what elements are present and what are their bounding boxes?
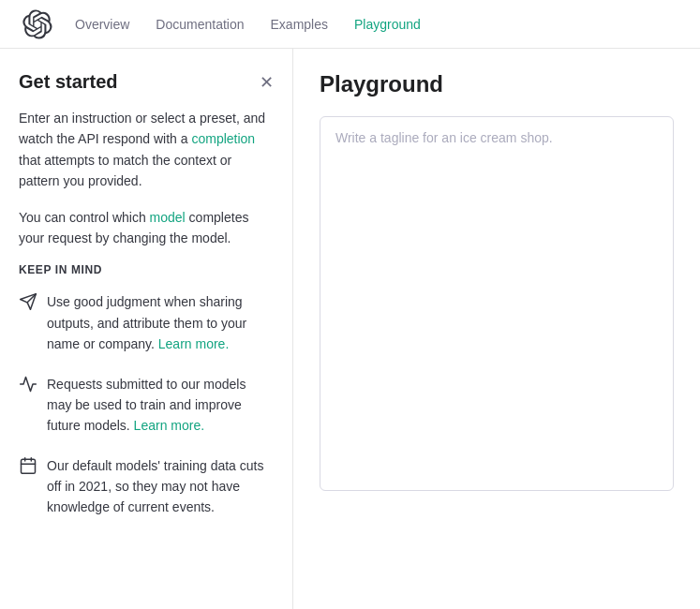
svg-rect-2: [22, 459, 36, 473]
header: Overview Documentation Examples Playgrou…: [0, 0, 700, 49]
nav-item-examples[interactable]: Examples: [271, 17, 328, 32]
intro-paragraph-2: You can control which model completes yo…: [19, 207, 274, 249]
content-area: Playground: [293, 49, 700, 609]
close-button[interactable]: ✕: [260, 74, 274, 91]
intro-text-3: You can control which: [19, 210, 150, 225]
tip-item-2: Requests submitted to our models may be …: [19, 374, 274, 437]
main-layout: Get started ✕ Enter an instruction or se…: [0, 49, 700, 609]
sidebar-header: Get started ✕: [19, 71, 274, 93]
share-icon: [19, 292, 37, 311]
nav-item-overview[interactable]: Overview: [75, 17, 129, 32]
intro-text-2: that attempts to match the context or pa…: [19, 153, 231, 188]
logo-icon: [22, 9, 52, 39]
completion-link[interactable]: completion: [191, 131, 255, 146]
tip-1-learn-more-link[interactable]: Learn more.: [158, 336, 229, 351]
calendar-icon: [19, 456, 37, 475]
page-title: Playground: [320, 71, 674, 97]
tip-text-1: Use good judgment when sharing outputs, …: [47, 291, 274, 354]
intro-paragraph-1: Enter an instruction or select a preset,…: [19, 108, 274, 192]
keep-in-mind-label: KEEP IN MIND: [19, 263, 274, 276]
activity-icon: [19, 375, 37, 394]
tip-item-3: Our default models' training data cuts o…: [19, 455, 274, 518]
nav-item-documentation[interactable]: Documentation: [156, 17, 244, 32]
tip-item-1: Use good judgment when sharing outputs, …: [19, 291, 274, 354]
sidebar: Get started ✕ Enter an instruction or se…: [0, 49, 293, 609]
tip-2-learn-more-link[interactable]: Learn more.: [134, 418, 204, 433]
nav-item-playground[interactable]: Playground: [354, 17, 421, 32]
tip-text-2: Requests submitted to our models may be …: [47, 374, 274, 437]
sidebar-title: Get started: [19, 71, 118, 93]
tip-text-3: Our default models' training data cuts o…: [47, 455, 274, 518]
playground-textarea[interactable]: [320, 116, 674, 491]
model-link[interactable]: model: [150, 210, 186, 225]
nav-bar: Overview Documentation Examples Playgrou…: [75, 17, 421, 32]
